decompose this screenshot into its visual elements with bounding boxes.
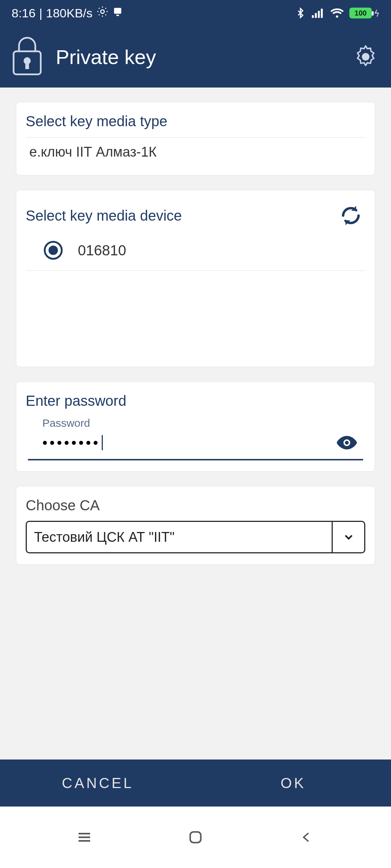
media-type-label: Select key media type xyxy=(26,113,365,129)
refresh-icon xyxy=(339,204,362,227)
wifi-icon xyxy=(330,7,344,19)
nav-home-button[interactable] xyxy=(183,825,208,850)
svg-rect-5 xyxy=(318,11,320,18)
ok-button[interactable]: OK xyxy=(196,760,391,807)
chevron-down-icon xyxy=(332,522,364,552)
password-card: Enter password Password •••••••• xyxy=(16,382,375,472)
svg-rect-3 xyxy=(312,15,314,18)
text-cursor xyxy=(102,435,103,450)
nav-back-button[interactable] xyxy=(294,825,319,850)
radio-icon xyxy=(44,241,63,260)
ca-card: Choose CA Тестовий ЦСК АТ "ІІТ" xyxy=(16,486,375,565)
divider xyxy=(26,271,365,271)
status-time: 8:16 xyxy=(12,6,35,20)
status-net-speed: 180KB/s xyxy=(46,6,93,20)
settings-button[interactable] xyxy=(351,42,380,71)
ca-selected-value: Тестовий ЦСК АТ "ІІТ" xyxy=(27,522,332,552)
nav-menu-button[interactable] xyxy=(72,825,97,850)
bluetooth-icon xyxy=(295,7,306,19)
ca-label: Choose CA xyxy=(26,497,365,514)
media-device-card: Select key media device 016810 xyxy=(16,190,375,367)
home-square-icon xyxy=(188,829,203,845)
media-type-select[interactable]: е.ключ ІІТ Алмаз-1К xyxy=(26,137,365,164)
svg-rect-4 xyxy=(315,13,317,18)
device-option-0[interactable]: 016810 xyxy=(26,232,365,271)
signal-icon xyxy=(311,8,325,18)
svg-point-10 xyxy=(362,53,370,61)
svg-point-0 xyxy=(101,10,104,13)
app-bar: Private key xyxy=(0,26,391,88)
svg-rect-6 xyxy=(321,9,323,18)
ca-select[interactable]: Тестовий ЦСК АТ "ІІТ" xyxy=(26,521,365,553)
svg-rect-2 xyxy=(116,14,119,16)
password-float-label: Password xyxy=(28,417,363,429)
password-section-label: Enter password xyxy=(26,393,365,409)
svg-rect-16 xyxy=(190,832,201,842)
status-left: 8:16 | 180KB/s xyxy=(12,5,123,21)
svg-rect-9 xyxy=(26,62,28,68)
menu-icon xyxy=(76,829,93,846)
system-nav-bar xyxy=(0,807,391,868)
settings-mini-icon xyxy=(96,5,109,21)
svg-rect-1 xyxy=(114,8,121,13)
lock-icon xyxy=(11,36,43,77)
svg-point-12 xyxy=(345,441,349,445)
battery-indicator: 100 𐓏 xyxy=(349,7,379,19)
refresh-devices-button[interactable] xyxy=(336,201,365,230)
eye-icon xyxy=(337,435,357,450)
charging-icon: 𐓏 xyxy=(374,7,379,19)
password-field[interactable]: Password •••••••• xyxy=(28,417,363,460)
toggle-password-visibility-button[interactable] xyxy=(334,430,360,455)
gear-icon xyxy=(353,44,379,70)
status-right: 100 𐓏 xyxy=(295,7,379,19)
action-bar: CANCEL OK xyxy=(0,760,391,807)
status-bar: 8:16 | 180KB/s 100 𐓏 xyxy=(0,0,391,26)
media-device-label: Select key media device xyxy=(26,208,182,224)
password-value: •••••••• xyxy=(28,435,103,451)
page-title: Private key xyxy=(56,45,339,69)
content: Select key media type е.ключ ІІТ Алмаз-1… xyxy=(0,88,391,565)
square-icon xyxy=(112,6,123,20)
device-option-label: 016810 xyxy=(78,242,126,259)
media-type-card: Select key media type е.ключ ІІТ Алмаз-1… xyxy=(16,102,375,175)
back-chevron-icon xyxy=(299,829,314,846)
cancel-button[interactable]: CANCEL xyxy=(0,760,196,807)
